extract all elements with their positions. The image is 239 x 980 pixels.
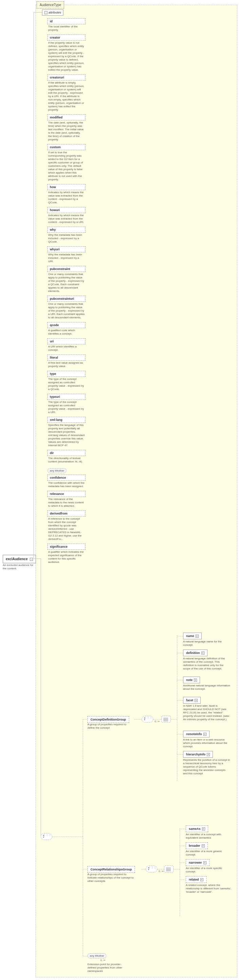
element-related[interactable]: related+: [186, 876, 207, 883]
sequence-compositor: ⋮⋮⋮: [146, 865, 157, 872]
group-conceptrelationships[interactable]: ConceptRelationshipsGroup: [87, 866, 135, 873]
attribute-qcode[interactable]: qcode: [48, 322, 85, 328]
connector: [34, 12, 42, 13]
attribute-dir[interactable]: dir: [48, 450, 85, 456]
attribute-pubconstraint[interactable]: pubconstraint: [48, 266, 85, 272]
group-desc: A group of properties required to define…: [87, 723, 131, 730]
attribute-desc: The confidence with which the metadata h…: [48, 481, 85, 490]
attribute-id[interactable]: id: [48, 18, 85, 24]
connector: [83, 719, 83, 956]
expand-icon[interactable]: +: [194, 679, 197, 682]
attribute-desc: A qualifier which indicates the expected…: [48, 550, 85, 566]
attribute-desc: Why the metadata has been included - exp…: [48, 252, 85, 265]
attribute-desc: A qualified code which identifies a conc…: [48, 328, 85, 337]
connector: [157, 869, 164, 869]
expand-icon[interactable]: +: [202, 827, 205, 830]
collapse-icon[interactable]: -: [30, 558, 33, 561]
attribute-uri[interactable]: uri: [48, 338, 85, 344]
element-hierarchyInfo[interactable]: hierarchyInfo+: [183, 751, 213, 758]
attribute-custom[interactable]: custom: [48, 144, 85, 150]
attribute-derivedfrom[interactable]: derivedfrom: [48, 511, 85, 517]
expand-icon[interactable]: +: [196, 635, 199, 638]
type-label: AudienceType: [37, 2, 64, 8]
attribute-confidence[interactable]: confidence: [48, 475, 85, 481]
attribute-desc: The type of the concept assigned as cont…: [48, 400, 85, 416]
expand-icon[interactable]: +: [201, 878, 204, 881]
attribute-modified[interactable]: modified: [48, 115, 85, 121]
connector: [173, 869, 180, 869]
element-label: name: [186, 634, 194, 638]
attribute-typeuri[interactable]: typeuri: [48, 394, 85, 400]
element-label: note: [186, 678, 192, 682]
attribute-why[interactable]: why: [48, 227, 85, 233]
expand-icon[interactable]: +: [202, 844, 205, 847]
element-desc: An identifier of a concept with equivale…: [186, 833, 231, 840]
connector: [41, 558, 41, 837]
attribute-significance[interactable]: significance: [48, 544, 85, 550]
element-definition[interactable]: definition+: [183, 649, 207, 656]
element-narrower[interactable]: narrower+: [186, 859, 210, 866]
attribute-creatoruri[interactable]: creatoruri: [48, 75, 85, 81]
element-desc: Additional natural language information …: [183, 684, 231, 691]
connector: [177, 700, 183, 701]
element-label: broader: [189, 844, 201, 847]
root-element-name: exclAudience: [6, 557, 27, 561]
element-name[interactable]: name+: [183, 633, 202, 640]
choice-compositor: [164, 865, 173, 872]
element-desc: A natural language name for the concept.: [183, 640, 231, 647]
expand-icon[interactable]: +: [207, 753, 210, 756]
element-desc: An identifier of a more specific concept…: [186, 867, 231, 873]
attribute-desc: If set to true the corresponding propert…: [48, 150, 85, 183]
multiplicity-label: 0..∞: [155, 720, 160, 723]
attribute-desc: Why the metadata has been included - exp…: [48, 233, 85, 246]
attribute-desc: If the property value is not defined, sp…: [48, 41, 85, 74]
attributes-header[interactable]: -attributes: [42, 10, 63, 16]
connector: [177, 636, 183, 636]
element-label: related: [189, 878, 199, 881]
connector: [177, 680, 183, 680]
attribute-literal[interactable]: literal: [48, 355, 85, 361]
attribute-type[interactable]: type: [48, 371, 85, 377]
connector: [180, 828, 180, 916]
element-desc: An identifier of a more generic concept.: [186, 850, 231, 856]
group-desc: A group of properties required to indica…: [87, 873, 134, 883]
element-sameAs[interactable]: sameAs+: [186, 826, 208, 832]
attribute-desc: The relevance of the metadata to the new…: [48, 497, 85, 510]
element-broader[interactable]: broader+: [186, 842, 208, 849]
connector: [52, 837, 83, 837]
connector: [34, 12, 34, 558]
attribute-whyuri[interactable]: whyuri: [48, 246, 85, 252]
element-label: facet: [186, 698, 193, 702]
attribute-desc: The local identifier of the property.: [48, 24, 85, 34]
attribute-desc: One or many constraints that apply to pu…: [48, 272, 85, 295]
attribute-relevance[interactable]: relevance: [48, 491, 85, 497]
collapse-icon[interactable]: -: [45, 11, 48, 14]
extension-desc: Extension point for provider-defined pro…: [87, 963, 128, 973]
element-desc: A related concept, where the relationshi…: [186, 884, 231, 894]
attribute-howuri[interactable]: howuri: [48, 207, 85, 213]
attribute-xmllang[interactable]: xml:lang: [48, 417, 85, 423]
expand-icon[interactable]: +: [204, 861, 207, 864]
connector: [171, 719, 177, 719]
attribute-creator[interactable]: creator: [48, 35, 85, 41]
connector: [177, 653, 183, 653]
attribute-desc: One or many constraints that apply to pu…: [48, 302, 85, 321]
element-note[interactable]: note+: [183, 676, 200, 683]
group-conceptdefinition[interactable]: ConceptDefinitionGroup: [87, 716, 129, 723]
attribute-how[interactable]: how: [48, 184, 85, 190]
connector: [153, 719, 161, 719]
attribute-desc: The directionality of textual content (e…: [48, 456, 85, 466]
element-label: definition: [186, 651, 200, 655]
root-element[interactable]: exclAudience -: [3, 555, 36, 563]
group-label: ConceptRelationshipsGroup: [90, 868, 132, 871]
expand-icon[interactable]: +: [201, 652, 204, 655]
element-facet[interactable]: facet+: [183, 697, 201, 704]
expand-icon[interactable]: +: [204, 733, 207, 736]
element-remoteInfo[interactable]: remoteInfo+: [183, 731, 210, 737]
attributes-column: idThe local identifier of the property.c…: [48, 18, 85, 566]
element-label: sameAs: [189, 827, 201, 830]
diagram-canvas: AudienceType exclAudience - An excluded …: [0, 0, 239, 980]
attribute-pubconstrainturi[interactable]: pubconstrainturi: [48, 296, 85, 302]
attribute-desc: Specifies the language of this property …: [48, 423, 85, 449]
expand-icon[interactable]: +: [194, 699, 197, 702]
